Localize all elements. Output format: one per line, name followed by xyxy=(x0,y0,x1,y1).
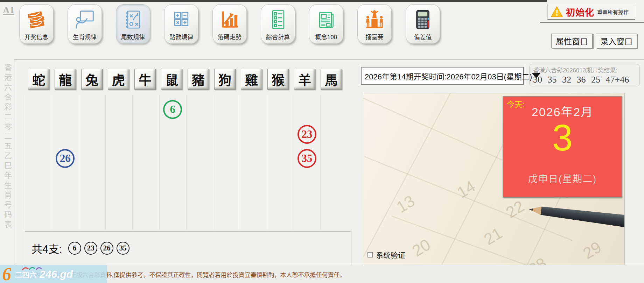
app-window: A1 开奖信息 xyxy=(0,0,644,283)
zodiac-chart-grid: 6 23 26 35 xyxy=(25,95,347,230)
podium-icon xyxy=(364,8,385,31)
calendar-faint-number: 29 xyxy=(580,238,605,263)
calendar-faint-number: 22 xyxy=(503,197,528,222)
presentation-icon xyxy=(74,8,96,31)
checkbox[interactable] xyxy=(368,252,373,257)
latest-result-box: 香港六合彩2026013期开奖结果: 30 35 32 36 25 47+46 xyxy=(529,64,640,86)
footer-bar: ※ 以上內容引用香港正版六合彩資料,僅提供參考，不保證其正確性，閱覽者若用於投資… xyxy=(0,265,644,283)
summary-circled-number: 23 xyxy=(84,242,97,255)
zodiac-button-pig[interactable]: 豬 xyxy=(188,69,209,90)
calendar-day: 3 xyxy=(503,117,622,159)
watermark-logo: 6 xyxy=(2,265,11,283)
toolbar-button-label: 偏差值 xyxy=(414,32,432,41)
toolbar-button-comprehensive-calc[interactable]: 綜合計算 xyxy=(261,4,295,44)
window-top-edge xyxy=(0,0,547,2)
grid-column xyxy=(132,95,159,230)
watermark: 6 二四六 246.gd xyxy=(0,265,107,283)
period-select-dropdown[interactable]: 2026年第14期开奖时间:2026年02月03日(星期二) xyxy=(361,67,524,85)
summary-circled-number: 6 xyxy=(68,242,81,255)
calendar-panel: 13 20 14 21 22 29 28 xyxy=(363,93,625,267)
zodiac-button-horse[interactable]: 馬 xyxy=(321,69,342,90)
grid-column xyxy=(267,95,294,230)
zodiac-button-dragon[interactable]: 龍 xyxy=(55,69,76,90)
toolbar-button-lottery-info[interactable]: 开奖信息 xyxy=(19,4,54,44)
zodiac-button-goat[interactable]: 羊 xyxy=(294,69,315,90)
zodiac-button-dog[interactable]: 狗 xyxy=(214,69,236,90)
period-select-value: 2026年第14期开奖时间:2026年02月03日(星期二) xyxy=(365,70,532,82)
properties-window-button[interactable]: 属性窗口 xyxy=(551,34,593,48)
grid-column xyxy=(105,95,132,230)
vertical-caption: 香港六合彩二零二五乙巳年生肖号码表 xyxy=(1,64,13,232)
toolbar-button-label: 生肖规律 xyxy=(73,32,97,41)
toolbar-button-concept-100[interactable]: 概念100 xyxy=(309,4,343,44)
grid-column xyxy=(79,95,106,230)
toolbar-button-label: 尾数规律 xyxy=(121,32,145,41)
zodiac-button-tiger[interactable]: 虎 xyxy=(108,69,129,90)
initialize-button[interactable]: 初始化 重置所有操作 xyxy=(547,4,635,20)
top-right-divider xyxy=(540,22,644,23)
toolbar-button-arena[interactable]: 擂臺賽 xyxy=(357,4,392,44)
calendar-faint-number: 20 xyxy=(409,235,434,261)
initialize-label: 初始化 xyxy=(566,5,594,18)
reset-all-label: 重置所有操作 xyxy=(597,8,629,15)
watermark-domain-text: 246.gd xyxy=(40,268,73,280)
latest-result-label: 香港六合彩2026013期开奖结果: xyxy=(533,65,636,74)
summary-circled-number: 35 xyxy=(117,242,130,255)
circled-number-mark: 35 xyxy=(298,149,316,168)
calendar-faint-number: 21 xyxy=(481,224,506,249)
toolbar-button-label: 點數規律 xyxy=(169,32,193,41)
grid-column xyxy=(320,95,347,230)
warning-icon xyxy=(551,6,563,17)
summary-box: 共4支: 6 23 26 35 xyxy=(25,231,351,265)
grid-column xyxy=(186,95,213,230)
today-calendar-card: 今天: 2026年2月 3 戊申日(星期二) xyxy=(503,96,622,198)
grid-column xyxy=(240,95,267,230)
bar-chart-icon xyxy=(219,8,240,31)
toolbar-button-code-trend[interactable]: 落碼走勢 xyxy=(212,4,247,44)
toolbar-button-point-patterns[interactable]: 點數規律 xyxy=(164,4,198,44)
math-operations-icon xyxy=(171,8,192,31)
zodiac-button-monkey[interactable]: 猴 xyxy=(267,69,289,90)
summary-circled-number: 26 xyxy=(100,242,113,255)
zodiac-button-row: 蛇 龍 兔 虎 牛 鼠 豬 狗 雞 猴 羊 馬 xyxy=(28,69,342,90)
toolbar-button-label: 擂臺賽 xyxy=(366,32,384,41)
zodiac-button-rabbit[interactable]: 兔 xyxy=(81,69,103,90)
calendar-day-detail: 戊申日(星期二) xyxy=(503,171,622,185)
circled-number-mark: 26 xyxy=(56,149,75,168)
main-panel: 蛇 龍 兔 虎 牛 鼠 豬 狗 雞 猴 羊 馬 2026年第14期开奖时间:20… xyxy=(14,59,644,265)
toolbar-button-deviation[interactable]: 偏差值 xyxy=(406,4,440,44)
toolbar-button-tail-patterns[interactable]: 尾数规律 xyxy=(116,4,150,44)
books-icon xyxy=(26,8,47,31)
toolbar-button-label: 綜合計算 xyxy=(266,32,290,41)
zodiac-button-snake[interactable]: 蛇 xyxy=(28,69,49,90)
grid-column xyxy=(25,95,52,230)
toolbar-button-label: 落碼走勢 xyxy=(218,32,241,41)
toolbar: 开奖信息 生肖规律 xyxy=(19,4,440,44)
summary-label: 共4支: xyxy=(31,240,62,256)
toolbar-button-label: 概念100 xyxy=(315,32,337,41)
checkbox-label: 系统验证 xyxy=(376,249,405,260)
zodiac-button-rooster[interactable]: 雞 xyxy=(241,69,262,90)
newspaper-icon xyxy=(316,8,337,31)
corner-label: A1 xyxy=(3,5,14,16)
toolbar-button-label: 开奖信息 xyxy=(24,32,48,41)
window-buttons: 属性窗口 录入窗口 xyxy=(551,34,637,48)
watermark-cn-text: 二四六 xyxy=(15,269,37,280)
zodiac-button-rat[interactable]: 鼠 xyxy=(161,69,182,90)
checklist-icon xyxy=(267,8,288,31)
pencil-image xyxy=(526,202,625,234)
calculator-icon xyxy=(412,8,433,31)
grid-column xyxy=(213,95,240,230)
circled-number-mark: 6 xyxy=(163,100,182,119)
latest-result-numbers: 30 35 32 36 25 47+46 xyxy=(533,75,636,85)
circled-number-mark: 23 xyxy=(298,125,316,144)
zodiac-button-ox[interactable]: 牛 xyxy=(134,69,156,90)
strategy-icon xyxy=(122,8,144,31)
entry-window-button[interactable]: 录入窗口 xyxy=(596,34,637,48)
toolbar-button-zodiac-patterns[interactable]: 生肖规律 xyxy=(68,4,102,44)
system-verify-checkbox-row[interactable]: 系统验证 xyxy=(368,249,405,260)
